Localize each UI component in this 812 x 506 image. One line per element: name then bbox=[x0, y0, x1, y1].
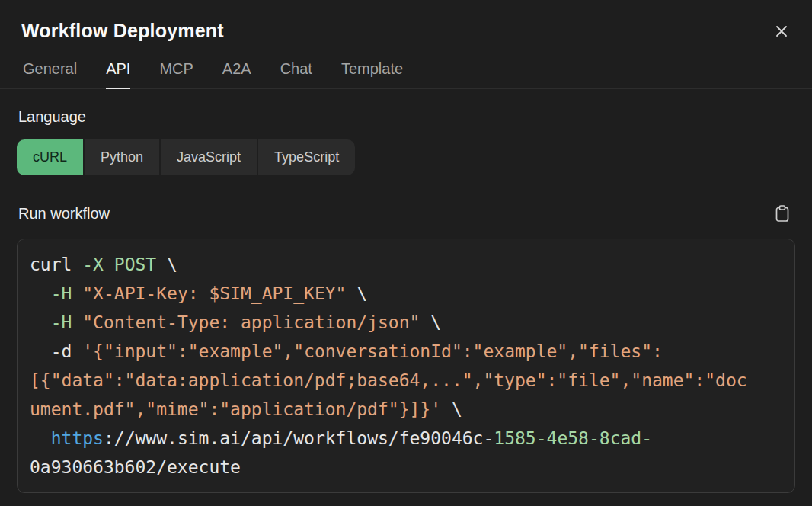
tab-general[interactable]: General bbox=[23, 60, 77, 89]
tab-chat[interactable]: Chat bbox=[280, 60, 312, 89]
tab-mcp[interactable]: MCP bbox=[159, 60, 193, 89]
close-button[interactable] bbox=[771, 21, 792, 42]
page-title: Workflow Deployment bbox=[21, 20, 224, 42]
code-line: -H "Content-Type: application/json" \ bbox=[30, 308, 782, 337]
tab-template[interactable]: Template bbox=[341, 60, 403, 89]
lang-python[interactable]: Python bbox=[85, 139, 159, 175]
language-selector: cURLPythonJavaScriptTypeScript bbox=[17, 139, 355, 175]
code-line: 0a930663b602/execute bbox=[30, 453, 782, 482]
code-block: curl -X POST \ -H "X-API-Key: $SIM_API_K… bbox=[17, 239, 795, 493]
code-line: curl -X POST \ bbox=[30, 250, 782, 279]
run-workflow-label: Run workflow bbox=[18, 205, 110, 223]
run-workflow-row: Run workflow bbox=[17, 203, 795, 224]
lang-curl[interactable]: cURL bbox=[17, 139, 83, 175]
lang-javascript[interactable]: JavaScript bbox=[161, 139, 257, 175]
close-icon bbox=[774, 24, 789, 39]
clipboard-icon bbox=[774, 204, 791, 223]
tab-bar: GeneralAPIMCPA2AChatTemplate bbox=[0, 60, 812, 89]
language-label: Language bbox=[18, 108, 795, 126]
tab-a2a[interactable]: A2A bbox=[222, 60, 251, 89]
modal-content: Language cURLPythonJavaScriptTypeScript … bbox=[0, 89, 812, 506]
code-line: -d '{"input":"example","conversationId":… bbox=[30, 337, 782, 366]
copy-button[interactable] bbox=[772, 203, 792, 224]
workflow-deployment-modal: Workflow Deployment GeneralAPIMCPA2AChat… bbox=[0, 0, 812, 506]
code-line: ument.pdf","mime":"application/pdf"}]}' … bbox=[30, 395, 782, 424]
lang-typescript[interactable]: TypeScript bbox=[258, 139, 355, 175]
modal-header: Workflow Deployment bbox=[0, 0, 812, 42]
code-line: https://www.sim.ai/api/workflows/fe90046… bbox=[30, 424, 782, 453]
code-line: [{"data":"data:application/pdf;base64,..… bbox=[30, 366, 782, 395]
tab-api[interactable]: API bbox=[106, 60, 130, 89]
code-line: -H "X-API-Key: $SIM_API_KEY" \ bbox=[30, 279, 782, 308]
